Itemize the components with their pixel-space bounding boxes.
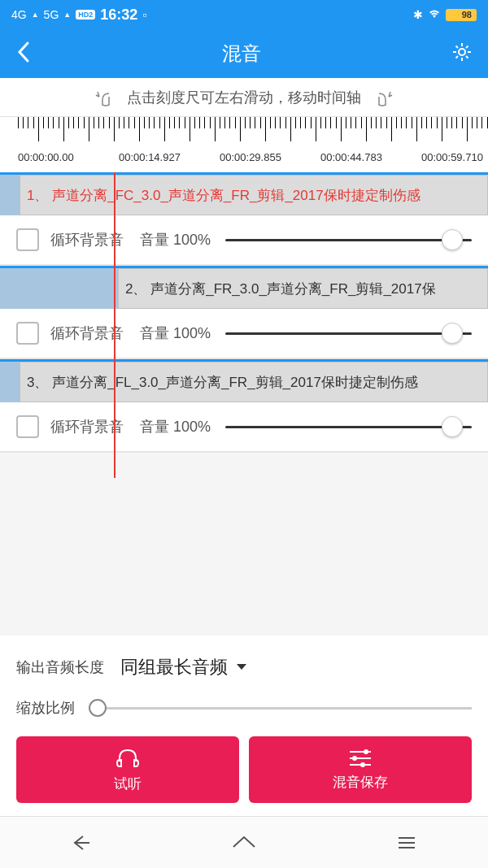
headphones-icon	[115, 747, 140, 770]
output-length-row: 输出音频长度 同组最长音频	[16, 647, 472, 688]
status-right: ✱ ⚡98	[413, 8, 477, 22]
clip-label[interactable]: 2、 声道分离_FR_3.0_声道分离_FR_剪辑_2017保	[118, 268, 488, 309]
ruler-label: 00:00:59.710	[421, 151, 483, 163]
volume-slider[interactable]	[225, 228, 472, 252]
svg-point-2	[352, 756, 357, 761]
clip-label[interactable]: 3、 声道分离_FL_3.0_声道分离_FR_剪辑_2017保时捷定制伤感	[20, 362, 488, 402]
battery-badge: ⚡98	[446, 9, 477, 21]
ruler-label: 00:00:00.00	[18, 151, 74, 163]
volume-slider[interactable]	[225, 321, 472, 345]
back-button[interactable]	[15, 40, 33, 67]
page-title: 混音	[33, 41, 451, 67]
clip-row[interactable]: 3、 声道分离_FL_3.0_声道分离_FR_剪辑_2017保时捷定制伤感	[0, 362, 488, 402]
svg-point-3	[360, 762, 365, 767]
chevron-down-icon	[236, 663, 247, 671]
track-controls: 循环背景音 音量 100%	[0, 309, 488, 359]
clip-row[interactable]: 1、 声道分离_FC_3.0_声道分离_FR_剪辑_2017保时捷定制伤感	[0, 175, 488, 215]
track-controls: 循环背景音 音量 100%	[0, 402, 488, 453]
ruler-label: 00:00:44.783	[320, 151, 382, 163]
sim-icon: ▫	[142, 8, 146, 21]
loop-label: 循环背景音	[50, 230, 124, 250]
output-length-dropdown[interactable]: 同组最长音频	[120, 655, 247, 679]
swipe-right-icon	[371, 85, 395, 110]
nav-header: 混音	[0, 29, 488, 78]
track-controls: 循环背景音 音量 100%	[0, 215, 488, 266]
bluetooth-icon: ✱	[413, 8, 423, 21]
clip-row[interactable]: 2、 声道分离_FR_3.0_声道分离_FR_剪辑_2017保	[0, 268, 488, 309]
volume-label: 音量 100%	[140, 230, 211, 250]
track-3: 3、 声道分离_FL_3.0_声道分离_FR_剪辑_2017保时捷定制伤感 循环…	[0, 359, 488, 453]
loop-checkbox[interactable]	[16, 415, 39, 438]
track-2: 2、 声道分离_FR_3.0_声道分离_FR_剪辑_2017保 循环背景音 音量…	[0, 266, 488, 359]
sys-back-button[interactable]	[63, 831, 99, 854]
playhead[interactable]	[114, 172, 115, 478]
ruler-label: 00:00:29.855	[220, 151, 281, 163]
svg-point-0	[459, 49, 465, 55]
zoom-row: 缩放比例	[16, 688, 472, 728]
ruler[interactable]: 00:00:00.00 00:00:14.927 00:00:29.855 00…	[0, 117, 488, 172]
hint-bar: 点击刻度尺可左右滑动，移动时间轴	[0, 78, 488, 117]
hd-badge: HD2	[76, 10, 95, 20]
loop-label: 循环背景音	[50, 417, 124, 436]
sys-home-button[interactable]	[226, 831, 262, 854]
zoom-label: 缩放比例	[16, 698, 75, 718]
volume-label: 音量 100%	[140, 417, 211, 436]
settings-button[interactable]	[451, 41, 473, 67]
loop-label: 循环背景音	[50, 323, 124, 343]
save-button[interactable]: 混音保存	[249, 736, 472, 803]
volume-label: 音量 100%	[140, 323, 211, 343]
track-1: 1、 声道分离_FC_3.0_声道分离_FR_剪辑_2017保时捷定制伤感 循环…	[0, 172, 488, 266]
ruler-label: 00:00:14.927	[119, 151, 181, 163]
network-5g: 5G	[44, 8, 59, 21]
network-4g: 4G	[11, 8, 27, 21]
sys-recent-button[interactable]	[389, 831, 425, 854]
loop-checkbox[interactable]	[16, 228, 39, 251]
swipe-left-icon	[93, 85, 117, 110]
bottom-panel: 输出音频长度 同组最长音频 缩放比例 试听 混音保存	[0, 636, 488, 816]
tracks: 1、 声道分离_FC_3.0_声道分离_FR_剪辑_2017保时捷定制伤感 循环…	[0, 172, 488, 453]
preview-button[interactable]: 试听	[16, 736, 239, 803]
system-nav-bar	[0, 816, 488, 868]
volume-slider[interactable]	[225, 414, 472, 439]
status-bar: 4G ▲ 5G ▲ HD2 16:32 ▫ ✱ ⚡98	[0, 0, 488, 29]
mixer-icon	[348, 749, 373, 768]
wifi-icon	[428, 8, 441, 22]
loop-checkbox[interactable]	[16, 322, 39, 345]
status-time: 16:32	[100, 7, 137, 24]
zoom-slider[interactable]	[91, 697, 472, 719]
output-length-label: 输出音频长度	[16, 658, 104, 677]
clip-label[interactable]: 1、 声道分离_FC_3.0_声道分离_FR_剪辑_2017保时捷定制伤感	[20, 175, 488, 215]
hint-text: 点击刻度尺可左右滑动，移动时间轴	[127, 88, 361, 107]
svg-point-1	[364, 749, 368, 754]
status-left: 4G ▲ 5G ▲ HD2 16:32 ▫	[11, 7, 146, 24]
